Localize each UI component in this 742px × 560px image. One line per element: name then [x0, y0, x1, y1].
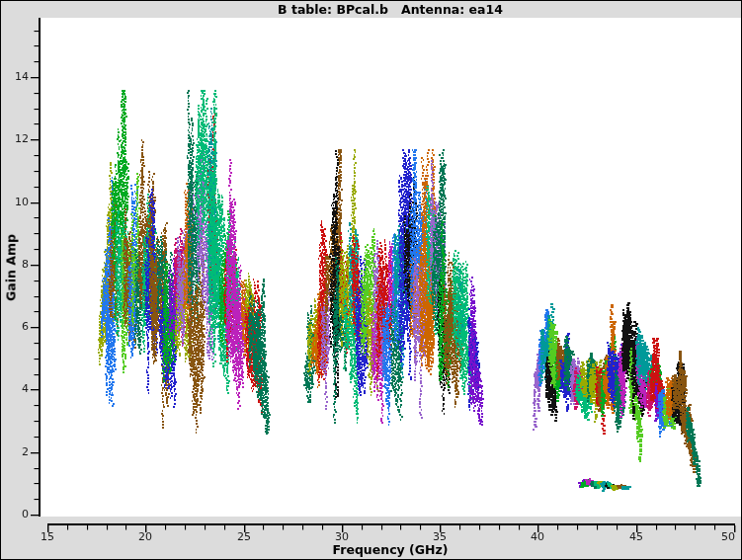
bandpass-plot-canvas[interactable]: [0, 0, 742, 560]
title-bar: B table: BPcal.b Antenna: ea14: [0, 0, 742, 18]
y-axis-label: Gain Amp: [4, 234, 19, 301]
plotcal-window: B table: BPcal.b Antenna: ea14 Frequency…: [0, 0, 742, 560]
x-axis-label: Frequency (GHz): [333, 542, 449, 557]
plot-title: B table: BPcal.b Antenna: ea14: [278, 2, 503, 17]
